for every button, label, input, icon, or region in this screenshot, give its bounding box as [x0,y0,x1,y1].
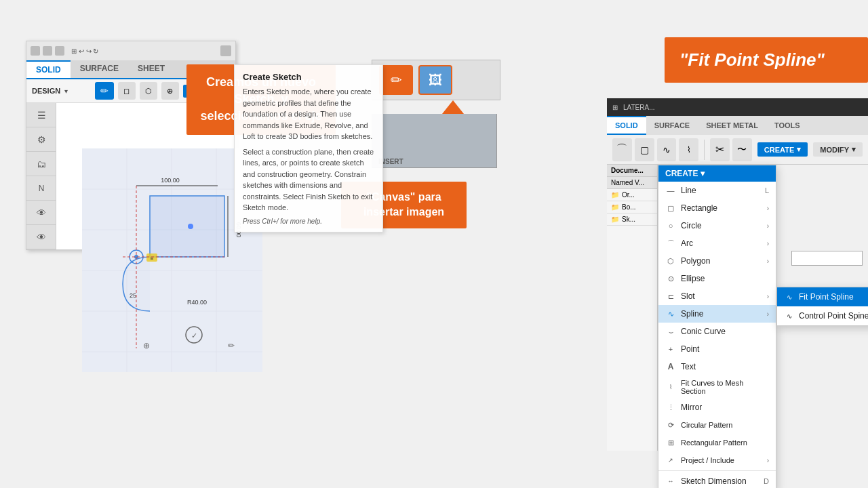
sidebar-icon-3[interactable]: 🗂 [26,152,56,176]
menu-circle[interactable]: ○ Circle › [658,217,776,235]
bodies-item[interactable]: 📁 Bo... [607,201,657,214]
origin-item[interactable]: 📁 Or... [607,189,657,201]
dimension-icon: ↔ [665,476,676,487]
menu-mirror[interactable]: ⋮ Mirror [658,399,776,416]
search-input[interactable] [792,251,862,265]
submenu-control-point[interactable]: ∿ Control Point Spine [777,306,868,325]
menu-slot[interactable]: ⊏ Slot › [658,287,776,305]
tab-sheet[interactable]: SHEET [128,60,174,78]
tool-wave[interactable]: 〜 [732,138,752,161]
spline-submenu: ∿ Fit Point Spline ⋮ ∿ Control Point Spi… [776,287,868,326]
tab-surface[interactable]: SURFACE [71,60,128,78]
sidebar-icon-6[interactable]: 👁 [26,225,56,249]
right-panel: "Fit Point Spline" ⊞ LATERA... SOLID SUR… [607,37,868,451]
insert-image-icon[interactable]: 🖼 [418,65,452,95]
topbar-label: ⊞ ↩ ↪ ↻ [71,47,98,55]
menu-rectangular[interactable]: ⊞ Rectangular Pattern [658,434,776,451]
sketches-item[interactable]: 📁 Sk... [607,214,657,226]
menu-separator [658,470,776,471]
ftab-tools[interactable]: TOOLS [766,116,808,135]
create-dropdown-btn[interactable]: CREATE▾ [757,142,808,157]
ftab-solid[interactable]: SOLID [607,116,646,135]
sketch-icon-4[interactable]: ⊕ [161,82,179,100]
submenu-fit-point[interactable]: ∿ Fit Point Spline ⋮ [777,287,868,306]
tab-solid[interactable]: SOLID [26,60,71,78]
tool-arc[interactable]: ⌒ [612,138,632,161]
sidebar-icon-2[interactable]: ⚙ [26,127,56,152]
document-header: Docume... [607,165,657,177]
svg-text:R40.00: R40.00 [187,299,207,306]
insert-sketch-icon[interactable]: ✏ [379,65,413,95]
ftab-surface[interactable]: SURFACE [646,116,698,135]
menu-fitcurve[interactable]: ⌇ Fit Curves to Mesh Section [658,375,776,399]
menu-spline[interactable]: ∿ Spline › [658,305,776,323]
sidebar-icon-1[interactable]: ☰ [26,103,56,127]
circular-icon: ⟳ [665,420,676,430]
conic-icon: ⌣ [665,326,676,337]
tooltip-title: Create Sketch [243,72,374,82]
menu-text[interactable]: A Text [658,358,776,375]
project-icon: ↗ [665,455,676,466]
svg-text:✏: ✏ [228,341,235,350]
fitcurve-icon: ⌇ [665,382,676,392]
sidebar-icon-4[interactable]: N [26,176,56,201]
sketch-icon-2[interactable]: ◻ [118,82,136,100]
svg-text:25: 25 [130,292,136,299]
fps-icon: ∿ [784,291,795,302]
rect-icon: ▢ [665,203,676,214]
tooltip-text-2: Select a construction plane, then create… [243,146,374,214]
fusion-topbar: ⊞ LATERA... [607,98,868,116]
svg-text:✓: ✓ [191,331,197,340]
point-icon: + [665,344,676,354]
circle-icon: ○ [665,220,676,231]
design-label: DESIGN [32,87,60,95]
left-topbar: ⊞ ↩ ↪ ↻ [26,41,235,60]
center-panel: ✏ 🖼 INSERT [372,60,500,168]
ellipse-icon: ⊙ [665,273,676,284]
tool-rect[interactable]: ▢ [635,138,654,161]
dropdown-arrow-design[interactable]: ▾ [64,87,68,95]
menu-dimension[interactable]: ↔ Sketch Dimension D [658,472,776,488]
line-icon: — [665,185,676,196]
arrow-up-canvas [372,100,500,114]
menu-polygon[interactable]: ⬡ Polygon › [658,252,776,270]
left-sidebar: ☰ ⚙ 🗂 N 👁 👁 [26,103,56,249]
create-menu: CREATE ▾ — Line L ▢ Rectangle › ○ Circle… [658,165,776,488]
svg-rect-11 [150,196,224,257]
svg-text:100.00: 100.00 [161,177,180,184]
create-sketch-tooltip: Create Sketch Enters Sketch mode, where … [234,64,383,232]
tool-scissors[interactable]: ✂ [710,138,730,161]
create-menu-header[interactable]: CREATE ▾ [658,165,776,182]
ftab-sheet-metal[interactable]: SHEET METAL [698,116,766,135]
sidebar-icon-5[interactable]: 👁 [26,201,56,225]
modify-dropdown-btn[interactable]: MODIFY▾ [813,142,863,157]
insert-bar: ✏ 🖼 INSERT [372,60,500,100]
sketch-icon-3[interactable]: ⬡ [140,82,157,100]
slot-icon: ⊏ [665,291,676,302]
named-views-panel: Docume... Named V... 📁 Or... 📁 Bo... 📁 S… [607,165,658,451]
menu-circular[interactable]: ⟳ Circular Pattern [658,416,776,434]
menu-arc[interactable]: ⌒ Arc › [658,235,776,252]
svg-point-17 [188,224,193,229]
tool-fitcurve[interactable]: ⌇ [679,138,698,161]
menu-project[interactable]: ↗ Project / Include › [658,451,776,469]
arc-icon: ⌒ [665,238,676,249]
polygon-icon: ⬡ [665,256,676,266]
named-views-header: Named V... [607,177,657,189]
tooltip-footer: Press Ctrl+/ for more help. [243,218,374,225]
fusion-logo: ⊞ [612,104,618,111]
create-sketch-icon[interactable]: ✏ [95,82,114,100]
menu-rectangle[interactable]: ▢ Rectangle › [658,199,776,217]
svg-text:≡: ≡ [151,256,154,262]
menu-line[interactable]: — Line L [658,182,776,199]
topbar-btn-2 [43,46,52,56]
menu-point[interactable]: + Point [658,340,776,358]
separator-1 [704,140,705,160]
menu-ellipse[interactable]: ⊙ Ellipse [658,270,776,287]
topbar-close[interactable] [220,45,231,56]
tool-spline[interactable]: ∿ [657,138,677,161]
lateral-label: LATERA... [623,104,655,111]
spline-icon: ∿ [665,308,676,319]
search-input-area [791,251,863,266]
menu-conic[interactable]: ⌣ Conic Curve [658,323,776,340]
